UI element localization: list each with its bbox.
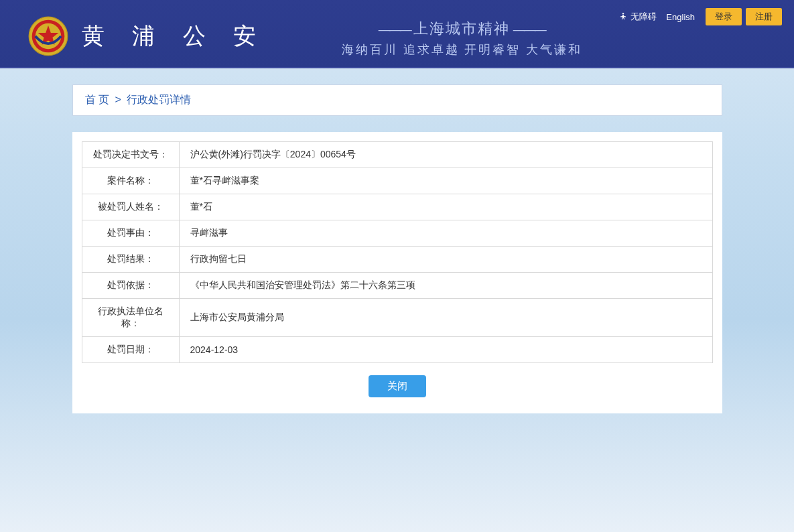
detail-table: 处罚决定书文号：沪公黄(外滩)行罚决字〔2024〕00654号案件名称：董*石寻… — [82, 141, 713, 363]
row-label: 行政执法单位名称： — [82, 299, 179, 337]
row-value: 寻衅滋事 — [179, 220, 712, 247]
row-label: 处罚事由： — [82, 220, 179, 247]
table-row: 案件名称：董*石寻衅滋事案 — [82, 168, 712, 194]
dash-left-icon: ——— — [379, 23, 411, 36]
row-value: 董*石 — [179, 194, 712, 220]
table-row: 处罚决定书文号：沪公黄(外滩)行罚决字〔2024〕00654号 — [82, 142, 712, 168]
table-row: 行政执法单位名称：上海市公安局黄浦分局 — [82, 299, 712, 337]
table-row: 处罚日期：2024-12-03 — [82, 337, 712, 363]
register-button[interactable]: 注册 — [746, 8, 782, 25]
close-button-wrap: 关闭 — [82, 375, 713, 404]
accessibility-link[interactable]: 无障碍 — [618, 11, 657, 23]
row-label: 处罚决定书文号： — [82, 142, 179, 168]
table-row: 处罚结果：行政拘留七日 — [82, 247, 712, 273]
accessibility-label: 无障碍 — [631, 11, 657, 23]
table-row: 被处罚人姓名：董*石 — [82, 194, 712, 220]
english-link[interactable]: English — [666, 12, 695, 22]
row-label: 案件名称： — [82, 168, 179, 194]
row-value: 行政拘留七日 — [179, 247, 712, 273]
slogan-text-2: 海纳百川 追求卓越 开明睿智 大气谦和 — [342, 42, 582, 58]
row-value: 沪公黄(外滩)行罚决字〔2024〕00654号 — [179, 142, 712, 168]
breadcrumb-separator: > — [115, 94, 121, 105]
login-button[interactable]: 登录 — [706, 8, 742, 25]
close-button[interactable]: 关闭 — [369, 375, 426, 397]
breadcrumb-current: 行政处罚详情 — [127, 94, 191, 105]
detail-panel: 处罚决定书文号：沪公黄(外滩)行罚决字〔2024〕00654号案件名称：董*石寻… — [72, 132, 722, 413]
accessibility-icon — [618, 12, 628, 21]
logo-section: 黄 浦 公 安 — [27, 15, 267, 58]
top-links: 无障碍 English 登录 注册 — [618, 8, 782, 25]
row-label: 处罚结果： — [82, 247, 179, 273]
site-title: 黄 浦 公 安 — [82, 21, 267, 52]
row-value: 2024-12-03 — [179, 337, 712, 363]
slogan-line1: ——— 上海城市精神 ——— — [342, 19, 582, 39]
content-area: 首 页 > 行政处罚详情 处罚决定书文号：沪公黄(外滩)行罚决字〔2024〕00… — [72, 84, 722, 413]
row-label: 处罚依据： — [82, 273, 179, 299]
svg-point-0 — [622, 13, 624, 14]
table-row: 处罚事由：寻衅滋事 — [82, 220, 712, 247]
row-value: 董*石寻衅滋事案 — [179, 168, 712, 194]
row-label: 处罚日期： — [82, 337, 179, 363]
dash-right-icon: ——— — [513, 23, 545, 36]
row-value: 上海市公安局黄浦分局 — [179, 299, 712, 337]
breadcrumb: 首 页 > 行政处罚详情 — [72, 84, 722, 116]
police-badge-icon — [27, 15, 70, 58]
row-value: 《中华人民共和国治安管理处罚法》第二十六条第三项 — [179, 273, 712, 299]
page-header: 无障碍 English 登录 注册 黄 浦 公 安 ——— 上海城市精神 ———… — [0, 0, 794, 68]
breadcrumb-home[interactable]: 首 页 — [85, 94, 109, 105]
slogan-section: ——— 上海城市精神 ——— 海纳百川 追求卓越 开明睿智 大气谦和 — [342, 19, 582, 58]
table-row: 处罚依据：《中华人民共和国治安管理处罚法》第二十六条第三项 — [82, 273, 712, 299]
row-label: 被处罚人姓名： — [82, 194, 179, 220]
slogan-text-1: 上海城市精神 — [413, 20, 510, 37]
